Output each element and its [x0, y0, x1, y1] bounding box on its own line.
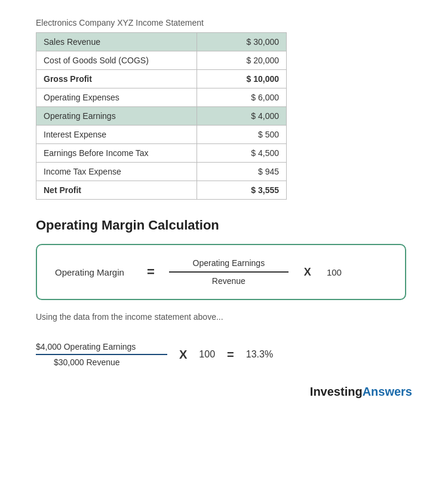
table-row: Operating Expenses$ 6,000: [36, 88, 287, 107]
formula-multiplier: 100: [327, 267, 342, 277]
calc-row: $4,000 Operating Earnings $30,000 Revenu…: [36, 342, 412, 367]
table-cell-value: $ 500: [197, 126, 287, 144]
calc-multiplier: 100: [199, 349, 215, 360]
section-title: Operating Margin Calculation: [36, 218, 412, 233]
table-title: Electronics Company XYZ Income Statement: [36, 18, 412, 27]
operating-margin-section: Operating Margin Calculation Operating M…: [36, 218, 412, 367]
calc-numerator-label: $4,000 Operating Earnings: [36, 342, 167, 351]
table-cell-label: Income Tax Expense: [36, 163, 197, 181]
formula-multiply: X: [304, 266, 311, 279]
formula-equals: =: [147, 264, 155, 280]
table-cell-value: $ 945: [197, 163, 287, 181]
table-row: Earnings Before Income Tax$ 4,500: [36, 144, 287, 163]
table-cell-value: $ 10,000: [197, 70, 287, 88]
brand-answers: Answers: [363, 385, 412, 398]
table-row: Cost of Goods Sold (COGS)$ 20,000: [36, 51, 287, 70]
table-cell-value: $ 20,000: [197, 51, 287, 70]
income-statement-table: Sales Revenue$ 30,000Cost of Goods Sold …: [36, 32, 287, 200]
calc-fraction-line: [36, 354, 167, 355]
calc-multiply: X: [179, 348, 187, 362]
table-cell-label: Interest Expense: [36, 126, 197, 144]
table-cell-value: $ 30,000: [197, 33, 287, 51]
table-section: Electronics Company XYZ Income Statement…: [36, 18, 412, 200]
calc-result: 13.3%: [246, 349, 273, 360]
formula-numerator: Operating Earnings: [193, 258, 265, 270]
example-calculation: $4,000 Operating Earnings $30,000 Revenu…: [36, 336, 412, 367]
calc-fraction-block: $4,000 Operating Earnings $30,000 Revenu…: [36, 342, 167, 367]
table-cell-value: $ 6,000: [197, 88, 287, 107]
formula-fraction-line: [169, 271, 289, 273]
brand-name: InvestingAnswers: [310, 385, 412, 399]
table-row: Income Tax Expense$ 945: [36, 163, 287, 181]
table-cell-label: Operating Expenses: [36, 88, 197, 107]
table-row: Interest Expense$ 500: [36, 126, 287, 144]
formula-denominator: Revenue: [212, 274, 246, 286]
table-cell-label: Cost of Goods Sold (COGS): [36, 51, 197, 70]
calc-equals: =: [227, 348, 234, 362]
table-row: Operating Earnings$ 4,000: [36, 107, 287, 126]
brand-footer: InvestingAnswers: [36, 385, 412, 399]
table-cell-value: $ 3,555: [197, 181, 287, 200]
table-cell-value: $ 4,000: [197, 107, 287, 126]
formula-box: Operating Margin = Operating Earnings Re…: [36, 244, 406, 300]
table-row: Gross Profit$ 10,000: [36, 70, 287, 88]
table-cell-label: Operating Earnings: [36, 107, 197, 126]
table-cell-label: Net Profit: [36, 181, 197, 200]
table-row: Sales Revenue$ 30,000: [36, 33, 287, 51]
table-cell-value: $ 4,500: [197, 144, 287, 163]
brand-investing: Investing: [310, 385, 363, 398]
data-intro: Using the data from the income statement…: [36, 312, 412, 322]
calc-denominator-label: $30,000 Revenue: [36, 357, 167, 367]
table-cell-label: Earnings Before Income Tax: [36, 144, 197, 163]
table-cell-label: Gross Profit: [36, 70, 197, 88]
formula-fraction: Operating Earnings Revenue: [169, 258, 289, 286]
table-row: Net Profit$ 3,555: [36, 181, 287, 200]
table-cell-label: Sales Revenue: [36, 33, 197, 51]
formula-label: Operating Margin: [55, 267, 133, 277]
